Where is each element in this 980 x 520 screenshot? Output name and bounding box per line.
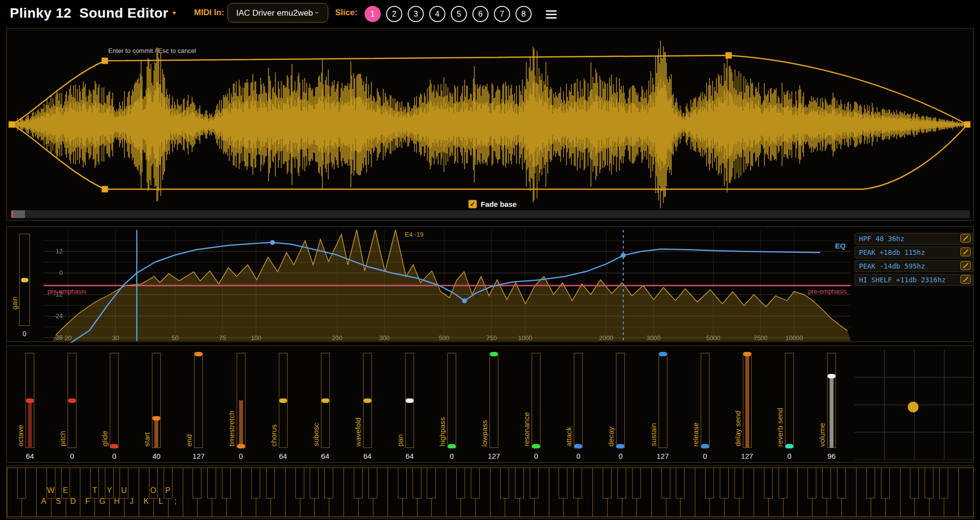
black-key[interactable] — [764, 468, 773, 498]
waveform-scrollbar-handle[interactable] — [12, 210, 25, 218]
slider-thumb-delay-send[interactable] — [743, 352, 751, 356]
black-key[interactable] — [881, 468, 890, 498]
eq-band-edit-icon[interactable] — [960, 261, 971, 270]
slider-thumb-sustain[interactable] — [659, 352, 667, 356]
slice-button-8[interactable]: 8 — [515, 6, 532, 22]
black-key[interactable]: U — [120, 468, 128, 498]
black-key[interactable]: P — [164, 468, 172, 498]
envelope-handle[interactable] — [102, 58, 108, 64]
white-key[interactable] — [958, 468, 974, 517]
page-title-caret-icon[interactable]: ▾ — [172, 9, 176, 17]
eq-band-row[interactable]: HPF 48 36hz — [855, 233, 973, 245]
slice-button-3[interactable]: 3 — [408, 6, 424, 22]
black-key[interactable] — [295, 468, 304, 498]
black-key[interactable] — [705, 468, 714, 498]
slider-end[interactable] — [194, 353, 203, 448]
black-key[interactable] — [193, 468, 201, 498]
black-key[interactable]: E — [61, 468, 70, 498]
black-key[interactable] — [310, 468, 318, 498]
black-key[interactable] — [808, 468, 816, 498]
slider-resonance[interactable] — [532, 353, 540, 448]
eq-band-edit-icon[interactable] — [960, 275, 971, 284]
black-key[interactable] — [17, 468, 26, 498]
black-key[interactable] — [779, 468, 787, 498]
chevron-down-icon[interactable]: ⌄ — [314, 7, 320, 16]
black-key[interactable] — [398, 468, 407, 498]
slider-thumb-attack[interactable] — [574, 444, 582, 448]
black-key[interactable] — [720, 468, 729, 498]
slider-thumb-lowpass[interactable] — [490, 352, 498, 356]
black-key[interactable] — [822, 468, 831, 498]
slider-attack[interactable] — [574, 353, 583, 448]
envelope-handle[interactable] — [726, 52, 732, 59]
black-key[interactable] — [559, 468, 567, 498]
black-key[interactable] — [368, 468, 377, 498]
eq-band-handle-dot[interactable] — [270, 240, 275, 245]
black-key[interactable] — [456, 468, 465, 498]
black-key[interactable] — [471, 468, 480, 498]
slice-button-6[interactable]: 6 — [472, 6, 489, 22]
envelope-handle[interactable] — [964, 122, 971, 128]
black-key[interactable] — [427, 468, 436, 498]
black-key[interactable]: T — [90, 468, 99, 498]
black-key[interactable] — [662, 468, 670, 498]
fade-base-checkbox[interactable]: ✓ — [468, 200, 477, 208]
slider-thumb-resonance[interactable] — [532, 444, 540, 448]
slice-button-7[interactable]: 7 — [494, 6, 510, 22]
slice-button-5[interactable]: 5 — [451, 6, 467, 22]
eq-band-edit-icon[interactable] — [960, 234, 971, 243]
slider-lowpass[interactable] — [490, 353, 498, 448]
eq-band-row[interactable]: PEAK -14db 595hz — [855, 260, 973, 272]
envelope-handle[interactable] — [9, 122, 15, 128]
black-key[interactable] — [207, 468, 216, 498]
black-key[interactable] — [603, 468, 612, 498]
black-key[interactable] — [735, 468, 743, 498]
black-key[interactable] — [910, 468, 919, 498]
menu-hamburger-icon[interactable] — [546, 10, 557, 21]
slider-thumb-glide[interactable] — [110, 444, 118, 448]
slider-thumb-octave[interactable] — [26, 398, 34, 403]
black-key[interactable] — [632, 468, 641, 498]
slider-thumb-wavefold[interactable] — [364, 398, 371, 403]
eq-band-row[interactable]: PEAK +18db 115hz — [855, 247, 973, 258]
slice-button-2[interactable]: 2 — [386, 6, 402, 22]
black-key[interactable] — [676, 468, 685, 498]
slider-highpass[interactable] — [447, 353, 456, 448]
black-key[interactable] — [354, 468, 363, 498]
waveform-scrollbar[interactable] — [11, 210, 970, 218]
page-title[interactable]: Sound Editor — [79, 5, 169, 21]
slider-thumb-pitch[interactable] — [68, 398, 76, 403]
slider-thumb-start[interactable] — [152, 416, 160, 421]
black-key[interactable] — [939, 468, 948, 498]
black-key[interactable] — [266, 468, 275, 498]
slider-thumb-pan[interactable] — [406, 398, 414, 403]
black-key[interactable]: Y — [105, 468, 114, 498]
slider-reverb-send[interactable] — [785, 353, 794, 448]
eq-gain-thumb[interactable] — [21, 278, 28, 282]
slider-thumb-reverb-send[interactable] — [785, 444, 793, 448]
eq-band-handle-dot[interactable] — [462, 298, 467, 303]
black-key[interactable] — [413, 468, 421, 498]
black-key[interactable] — [251, 468, 260, 498]
slider-thumb-end[interactable] — [195, 352, 202, 356]
slider-release[interactable] — [701, 353, 710, 448]
slider-thumb-volume[interactable] — [828, 374, 835, 378]
xy-pad[interactable] — [855, 350, 974, 460]
black-key[interactable]: W — [47, 468, 55, 498]
waveform-display[interactable] — [7, 28, 974, 221]
slice-button-1[interactable]: 1 — [365, 6, 381, 22]
black-key[interactable] — [837, 468, 846, 498]
waveform-panel[interactable]: Enter to commit / Esc to cancel ✓ Fade b… — [6, 28, 974, 221]
slider-decay[interactable] — [616, 353, 625, 448]
black-key[interactable] — [617, 468, 626, 498]
black-key[interactable] — [515, 468, 524, 498]
slider-thumb-chorus[interactable] — [279, 398, 287, 403]
slider-thumb-highpass[interactable] — [448, 444, 456, 448]
black-key[interactable] — [324, 468, 333, 498]
eq-graph[interactable]: 120-12-24-362030507510020030050075010002… — [37, 227, 856, 343]
black-key[interactable] — [500, 468, 509, 498]
eq-band-handle-dot[interactable] — [621, 253, 626, 258]
eq-band-edit-icon[interactable] — [960, 248, 971, 256]
eq-band-row[interactable]: HI SHELF +11db 2316hz — [855, 274, 973, 286]
slider-glide[interactable] — [110, 353, 119, 448]
